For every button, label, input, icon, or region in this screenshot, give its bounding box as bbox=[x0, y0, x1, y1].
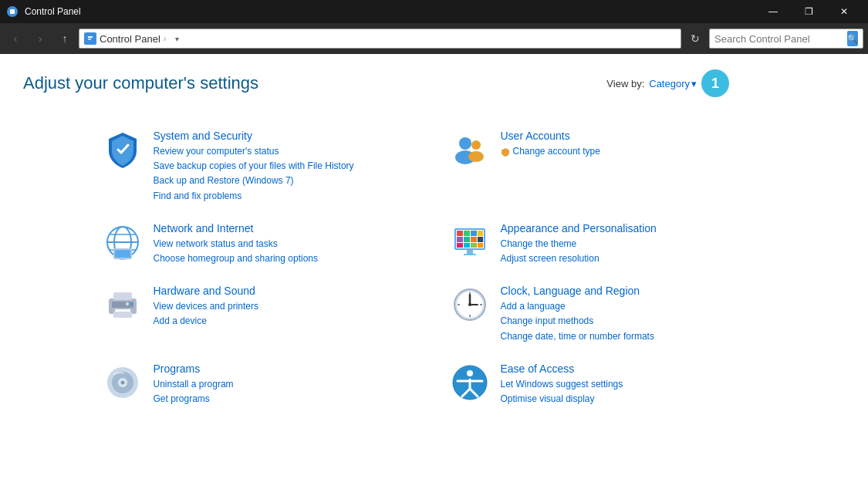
titlebar-controls: — ❐ ✕ bbox=[755, 0, 862, 23]
category-item-ease-of-access: Ease of Access Let Windows suggest setti… bbox=[434, 353, 782, 416]
network-internet-title[interactable]: Network and Internet bbox=[154, 222, 318, 234]
page-header: Adjust your computer's settings View by:… bbox=[23, 69, 845, 97]
titlebar-icon bbox=[6, 5, 19, 18]
address-box[interactable]: Control Panel › ▾ bbox=[79, 29, 681, 49]
system-security-link-0[interactable]: Review your computer's status bbox=[154, 144, 354, 159]
svg-rect-30 bbox=[478, 243, 483, 248]
svg-rect-22 bbox=[478, 231, 483, 236]
address-dropdown-btn[interactable]: ▾ bbox=[169, 29, 184, 49]
shield-icon bbox=[501, 147, 510, 157]
system-security-link-2[interactable]: Back up and Restore (Windows 7) bbox=[154, 174, 354, 188]
user-accounts-icon bbox=[450, 130, 490, 170]
svg-rect-1 bbox=[10, 9, 15, 14]
ease-of-access-icon bbox=[450, 363, 490, 403]
programs-title[interactable]: Programs bbox=[154, 363, 234, 375]
clock-link-0[interactable]: Add a language bbox=[501, 299, 654, 314]
svg-rect-15 bbox=[115, 250, 130, 258]
user-accounts-link-0[interactable]: Change account type bbox=[501, 144, 600, 159]
page-title: Adjust your computer's settings bbox=[23, 73, 258, 93]
address-icon bbox=[84, 32, 96, 45]
programs-link-0[interactable]: Uninstall a program bbox=[154, 377, 234, 392]
appearance-title[interactable]: Appearance and Personalisation bbox=[501, 222, 657, 234]
hardware-sound-link-0[interactable]: View devices and printers bbox=[154, 299, 259, 314]
hardware-sound-title[interactable]: Hardware and Sound bbox=[154, 285, 259, 297]
clock-link-1[interactable]: Change input methods bbox=[501, 314, 654, 329]
category-item-clock: Clock, Language and Region Add a languag… bbox=[434, 275, 782, 353]
svg-rect-24 bbox=[464, 237, 470, 242]
hardware-sound-content: Hardware and Sound View devices and prin… bbox=[154, 285, 259, 329]
ease-of-access-content: Ease of Access Let Windows suggest setti… bbox=[501, 363, 623, 406]
ease-of-access-title[interactable]: Ease of Access bbox=[501, 363, 623, 375]
svg-rect-32 bbox=[464, 254, 476, 255]
forward-button[interactable]: › bbox=[29, 28, 51, 49]
minimize-button[interactable]: — bbox=[755, 0, 791, 23]
breadcrumb-separator: › bbox=[164, 34, 167, 43]
svg-rect-31 bbox=[467, 250, 473, 254]
category-item-appearance: Appearance and Personalisation Change th… bbox=[434, 213, 782, 275]
viewby-label: View by: bbox=[606, 78, 644, 89]
svg-rect-16 bbox=[120, 258, 126, 260]
svg-point-52 bbox=[120, 380, 124, 384]
network-internet-content: Network and Internet View network status… bbox=[154, 222, 318, 266]
ease-of-access-link-1[interactable]: Optimise visual display bbox=[501, 392, 623, 406]
svg-point-38 bbox=[130, 302, 133, 305]
system-security-content: System and Security Review your computer… bbox=[154, 130, 354, 204]
network-internet-link-0[interactable]: View network status and tasks bbox=[154, 237, 318, 251]
viewby-dropdown[interactable]: Category ▾ bbox=[649, 78, 697, 89]
svg-rect-23 bbox=[457, 237, 463, 242]
svg-point-44 bbox=[468, 303, 471, 306]
search-input[interactable] bbox=[714, 33, 844, 45]
viewby-section: View by: Category ▾ 1 bbox=[606, 69, 729, 97]
svg-point-54 bbox=[467, 370, 473, 376]
svg-rect-27 bbox=[457, 243, 463, 248]
category-item-hardware-sound: Hardware and Sound View devices and prin… bbox=[87, 275, 434, 353]
programs-icon bbox=[103, 363, 143, 403]
user-accounts-title[interactable]: User Accounts bbox=[501, 130, 600, 142]
appearance-link-0[interactable]: Change the theme bbox=[501, 237, 657, 251]
network-internet-link-1[interactable]: Choose homegroup and sharing options bbox=[154, 251, 318, 266]
clock-content: Clock, Language and Region Add a languag… bbox=[501, 285, 654, 344]
addressbar: ‹ › ↑ Control Panel › ▾ ↻ 🔍 bbox=[0, 23, 868, 54]
svg-point-5 bbox=[459, 137, 471, 150]
search-box[interactable]: 🔍 bbox=[709, 29, 863, 49]
category-item-programs: Programs Uninstall a program Get program… bbox=[87, 353, 434, 416]
network-internet-icon bbox=[103, 222, 143, 262]
back-button[interactable]: ‹ bbox=[5, 28, 26, 49]
search-button[interactable]: 🔍 bbox=[847, 31, 858, 46]
system-security-link-3[interactable]: Find and fix problems bbox=[154, 189, 354, 204]
svg-point-8 bbox=[468, 151, 484, 162]
up-button[interactable]: ↑ bbox=[54, 28, 76, 49]
category-item-network-internet: Network and Internet View network status… bbox=[87, 213, 434, 275]
hardware-sound-link-1[interactable]: Add a device bbox=[154, 314, 259, 329]
system-security-link-1[interactable]: Save backup copies of your files with Fi… bbox=[154, 159, 354, 174]
appearance-link-1[interactable]: Adjust screen resolution bbox=[501, 251, 657, 266]
svg-rect-21 bbox=[471, 231, 477, 236]
svg-rect-35 bbox=[113, 292, 132, 300]
clock-icon bbox=[450, 285, 490, 325]
svg-rect-3 bbox=[88, 36, 93, 38]
categories-grid: System and Security Review your computer… bbox=[87, 120, 782, 416]
clock-link-2[interactable]: Change date, time or number formats bbox=[501, 329, 654, 344]
breadcrumb-text: Control Panel bbox=[100, 33, 160, 45]
svg-rect-37 bbox=[115, 309, 130, 312]
svg-rect-25 bbox=[471, 237, 477, 242]
restore-button[interactable]: ❐ bbox=[791, 0, 826, 23]
svg-rect-29 bbox=[471, 243, 477, 248]
close-button[interactable]: ✕ bbox=[826, 0, 862, 23]
programs-link-1[interactable]: Get programs bbox=[154, 392, 234, 406]
svg-rect-36 bbox=[113, 312, 132, 318]
category-item-user-accounts: User Accounts Change account type bbox=[434, 120, 782, 213]
refresh-button[interactable]: ↻ bbox=[684, 28, 706, 49]
system-security-title[interactable]: System and Security bbox=[154, 130, 354, 142]
svg-rect-20 bbox=[464, 231, 470, 236]
main-content: Adjust your computer's settings View by:… bbox=[0, 54, 868, 489]
category-item-system-security: System and Security Review your computer… bbox=[87, 120, 434, 213]
svg-rect-19 bbox=[457, 231, 463, 236]
hardware-sound-icon bbox=[103, 285, 143, 325]
ease-of-access-link-0[interactable]: Let Windows suggest settings bbox=[501, 377, 623, 392]
appearance-content: Appearance and Personalisation Change th… bbox=[501, 222, 657, 266]
system-security-icon bbox=[103, 130, 143, 170]
svg-rect-34 bbox=[112, 302, 133, 308]
programs-content: Programs Uninstall a program Get program… bbox=[154, 363, 234, 406]
clock-title[interactable]: Clock, Language and Region bbox=[501, 285, 654, 297]
